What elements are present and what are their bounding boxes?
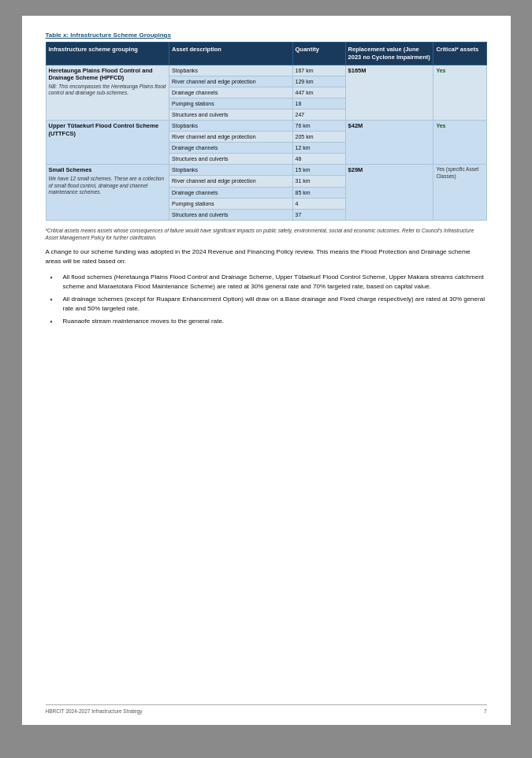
asset-description: Structures and culverts (169, 109, 293, 120)
col-header-replacement: Replacement value (June 2023 no Cyclone … (345, 43, 433, 65)
critical-assets: Yes (specific Asset Classes) (433, 165, 486, 220)
group-cell: Small SchemesWe have 12 small schemes. T… (46, 165, 169, 220)
asset-description: Pumping stations (169, 98, 293, 109)
critical-assets: Yes (433, 120, 486, 164)
asset-quantity: 129 km (292, 76, 345, 87)
asset-quantity: 31 km (292, 176, 345, 187)
replacement-value: $29M (345, 165, 433, 220)
footer-left: HBRCIT 2024-2027 Infrastructure Strategy (46, 708, 143, 714)
asset-description: River channel and edge protection (169, 132, 293, 143)
asset-quantity: 85 km (292, 187, 345, 198)
bullet-list: All flood schemes (Heretaunga Plains Flo… (57, 273, 487, 326)
page-footer: HBRCIT 2024-2027 Infrastructure Strategy… (46, 704, 487, 714)
col-header-quantity: Quantity (292, 43, 345, 65)
asset-quantity: 167 km (292, 65, 345, 76)
asset-description: Pumping stations (169, 198, 293, 209)
col-header-critical: Critical* assets (433, 43, 486, 65)
table-title: Table x: Infrastructure Scheme Groupings (46, 32, 487, 39)
asset-description: Structures and culverts (169, 154, 293, 165)
asset-quantity: 4 (292, 198, 345, 209)
asset-description: Structures and culverts (169, 209, 293, 220)
asset-quantity: 205 km (292, 132, 345, 143)
asset-quantity: 247 (292, 109, 345, 120)
asset-description: Drainage channels (169, 143, 293, 154)
table-row: Small SchemesWe have 12 small schemes. T… (46, 165, 486, 176)
asset-description: River channel and edge protection (169, 76, 293, 87)
asset-description: Stopbanks (169, 120, 293, 131)
group-cell: Heretaunga Plains Flood Control and Drai… (46, 65, 169, 120)
bullet-item-3: Ruanaofe stream maintenance moves to the… (57, 317, 487, 326)
col-header-asset: Asset description (169, 43, 293, 65)
asset-quantity: 37 (292, 209, 345, 220)
group-cell: Upper Tūtaekurī Flood Control Scheme (UT… (46, 120, 169, 164)
footer-right: 7 (484, 708, 487, 714)
table-row: Heretaunga Plains Flood Control and Drai… (46, 65, 486, 76)
asset-quantity: 76 km (292, 120, 345, 131)
bullet-item-2: All drainage schemes (except for Ruapare… (57, 295, 487, 314)
infrastructure-table: Infrastructure scheme grouping Asset des… (46, 42, 487, 221)
asset-description: Drainage channels (169, 87, 293, 98)
table-row: Upper Tūtaekurī Flood Control Scheme (UT… (46, 120, 486, 131)
asset-description: Drainage channels (169, 187, 293, 198)
bullet-item-1: All flood schemes (Heretaunga Plains Flo… (57, 273, 487, 292)
replacement-value: $165M (345, 65, 433, 120)
col-header-grouping: Infrastructure scheme grouping (46, 43, 169, 65)
asset-quantity: 447 km (292, 87, 345, 98)
asset-quantity: 18 (292, 98, 345, 109)
asset-quantity: 12 km (292, 143, 345, 154)
page: Table x: Infrastructure Scheme Groupings… (22, 16, 511, 725)
asset-description: Stopbanks (169, 65, 293, 76)
body-text: A change to our scheme funding was adopt… (46, 247, 487, 266)
asset-quantity: 15 km (292, 165, 345, 176)
critical-assets: Yes (433, 65, 486, 120)
replacement-value: $42M (345, 120, 433, 164)
asset-description: Stopbanks (169, 165, 293, 176)
asset-quantity: 48 (292, 154, 345, 165)
asset-description: River channel and edge protection (169, 176, 293, 187)
table-footnote: *Critical assets means assets whose cons… (46, 227, 487, 241)
